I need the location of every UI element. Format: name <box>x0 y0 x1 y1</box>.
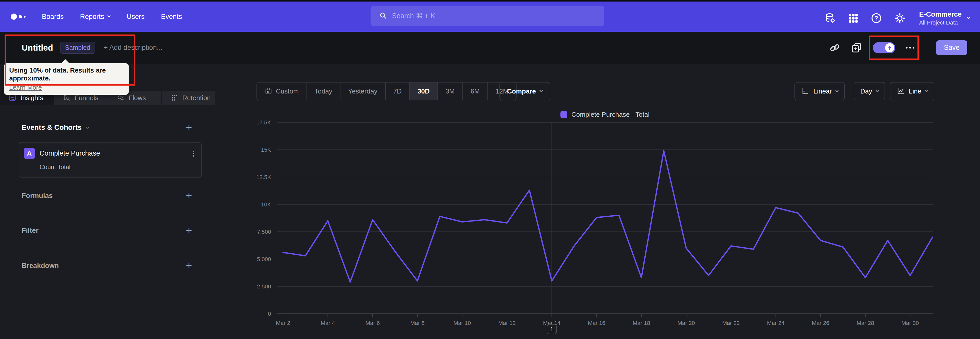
section-filter: Filter <box>22 227 38 235</box>
series-letter-badge: A <box>24 148 35 159</box>
sidebar: Insights Funnels Flows Retention Events … <box>0 64 215 339</box>
apps-grid-icon[interactable] <box>848 13 859 24</box>
range-yesterday[interactable]: Yesterday <box>340 83 385 100</box>
nav-item-reports[interactable]: Reports <box>80 13 110 21</box>
chart-panel: Custom Today Yesterday 7D 30D 3M 6M 12M … <box>216 64 980 339</box>
interval-dropdown[interactable]: Day <box>854 82 885 101</box>
tab-retention[interactable]: Retention <box>161 91 215 105</box>
save-button[interactable]: Save <box>936 40 967 55</box>
svg-text:?: ? <box>875 15 878 22</box>
search-input[interactable]: Search ⌘ + K <box>371 6 605 26</box>
add-filter-button[interactable]: + <box>186 225 192 236</box>
tooltip-message: Using 10% of data. Results are approxima… <box>9 66 124 82</box>
events-cohorts-header[interactable]: Events & Cohorts <box>22 123 89 131</box>
add-event-button[interactable]: + <box>186 122 192 133</box>
compare-button[interactable]: Compare <box>500 82 550 101</box>
add-to-board-icon[interactable] <box>851 42 862 53</box>
settings-gear-icon[interactable] <box>894 12 906 24</box>
more-options-icon[interactable] <box>906 47 914 48</box>
data-management-icon[interactable] <box>824 12 836 24</box>
legend-label: Complete Purchase - Total <box>571 110 649 118</box>
nav-item-boards[interactable]: Boards <box>42 13 64 21</box>
chevron-down-icon <box>86 125 89 128</box>
line-chart-icon <box>897 87 905 95</box>
chart-type-dropdown[interactable]: Line <box>890 82 934 101</box>
search-icon <box>379 12 387 20</box>
linear-axis-icon <box>801 87 809 95</box>
sampling-tooltip: Using 10% of data. Results are approxima… <box>4 63 129 95</box>
report-title[interactable]: Untitled <box>22 43 53 53</box>
legend-item[interactable]: Complete Purchase - Total <box>277 110 933 118</box>
range-7d[interactable]: 7D <box>385 83 409 100</box>
range-today[interactable]: Today <box>307 83 340 100</box>
date-range-control: Custom Today Yesterday 7D 30D 3M 6M 12M <box>256 82 517 101</box>
insights-icon <box>9 94 16 102</box>
learn-more-link[interactable]: Learn More <box>9 84 42 91</box>
legend-swatch <box>560 111 567 118</box>
search-placeholder: Search ⌘ + K <box>392 12 435 20</box>
event-options-icon[interactable] <box>193 150 194 158</box>
lightning-icon <box>885 43 894 52</box>
mixpanel-logo-icon[interactable] <box>11 14 25 20</box>
calendar-icon <box>265 87 272 95</box>
event-name: Complete Purchase <box>40 149 100 157</box>
section-formulas: Formulas <box>22 192 53 200</box>
nav-item-events[interactable]: Events <box>161 13 182 21</box>
copy-link-icon[interactable] <box>829 42 840 53</box>
section-breakdown: Breakdown <box>22 262 59 270</box>
event-card[interactable]: A Complete Purchase Count Total <box>19 142 202 177</box>
flows-icon <box>117 94 124 102</box>
project-name: E-Commerce <box>919 10 962 18</box>
project-scope: All Project Data <box>919 19 962 26</box>
range-6m[interactable]: 6M <box>463 83 487 100</box>
sampled-badge[interactable]: Sampled <box>60 42 95 54</box>
chevron-down-icon <box>967 16 970 19</box>
funnels-icon <box>63 94 71 102</box>
project-selector[interactable]: E-Commerce All Project Data <box>919 10 970 26</box>
range-custom[interactable]: Custom <box>257 83 307 100</box>
event-metric[interactable]: Count Total <box>40 163 201 171</box>
scale-dropdown[interactable]: Linear <box>794 82 845 101</box>
add-formula-button[interactable]: + <box>186 190 192 201</box>
range-3m[interactable]: 3M <box>438 83 463 100</box>
retention-icon <box>170 94 178 102</box>
sampling-toggle[interactable] <box>873 42 895 53</box>
add-breakdown-button[interactable]: + <box>186 260 192 271</box>
range-30d[interactable]: 30D <box>409 83 438 100</box>
help-icon[interactable]: ? <box>870 12 882 24</box>
annotation-marker[interactable]: 1 <box>547 325 557 334</box>
add-description-field[interactable]: + Add description... <box>104 44 162 51</box>
top-nav: Boards Reports Users Events Search ⌘ + K… <box>0 2 980 32</box>
divider <box>925 42 925 54</box>
nav-item-users[interactable]: Users <box>127 13 145 21</box>
chevron-down-icon <box>107 14 111 18</box>
